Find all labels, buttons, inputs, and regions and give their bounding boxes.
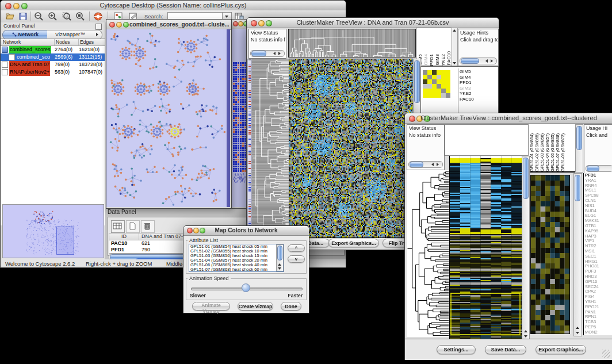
view-status-hscrollbar[interactable] <box>250 50 285 57</box>
hscroll-thumb[interactable] <box>461 58 479 64</box>
label-item[interactable]: GIM3 <box>435 54 440 66</box>
close-button[interactable] <box>233 21 238 26</box>
label-item[interactable]: GPL51-01 (GSM854) <box>530 133 534 171</box>
label-item[interactable]: YKE2 <box>441 54 446 66</box>
scroll-up-icon[interactable] <box>453 29 456 32</box>
scroll-up-icon[interactable] <box>278 263 281 266</box>
export-graphics-button[interactable]: Export Graphics... <box>328 239 379 247</box>
treeview-dna-titlebar[interactable]: ClusterMaker TreeView : DNA and Tran 07-… <box>247 18 499 28</box>
open-file-icon[interactable] <box>5 12 16 21</box>
scroll-right-icon[interactable] <box>278 52 281 55</box>
scroll-left-icon[interactable] <box>485 59 488 63</box>
row-dendrogram[interactable] <box>407 170 449 337</box>
main-titlebar[interactable]: Cytoscape Desktop (Session Name: collins… <box>1 1 346 11</box>
save-data-button[interactable]: Save Data... <box>485 345 526 354</box>
network-row[interactable]: combined_scores2764(0)16218(0) <box>1 46 105 53</box>
scroll-down-icon[interactable] <box>576 332 579 334</box>
label-item[interactable]: GPL51-03 (GSM856) <box>540 133 544 171</box>
vscroll-thumb[interactable] <box>414 60 420 103</box>
settings-button[interactable]: Settings... <box>437 345 476 354</box>
view-status-hscrollbar[interactable] <box>408 161 443 168</box>
minimize-button[interactable] <box>238 21 243 26</box>
zoom-button[interactable] <box>123 22 129 28</box>
label-item[interactable]: PFD1 <box>458 80 498 86</box>
network-row[interactable]: combined_sco2569(6)13112(15) <box>1 53 105 61</box>
label-item[interactable]: PAC10 <box>446 51 452 66</box>
close-button[interactable] <box>109 22 115 28</box>
scroll-down-icon[interactable] <box>453 62 456 64</box>
zoom-in-icon[interactable] <box>48 12 58 21</box>
vscroll-thumb[interactable] <box>277 246 282 260</box>
label-strip-scrollbar[interactable] <box>452 28 458 66</box>
usage-hints-hscrollbar[interactable] <box>460 58 497 64</box>
label-item[interactable]: MON2 <box>584 330 612 335</box>
label-item[interactable]: GPL51-02 (GSM855) <box>535 133 539 171</box>
hscroll-thumb[interactable] <box>251 51 266 56</box>
scroll-up-icon[interactable] <box>576 327 579 329</box>
dialog-titlebar[interactable]: Map Colors to Network <box>183 226 309 236</box>
attribute-list[interactable]: GPL51-01 (GSM854) heat shock 05 minGPL51… <box>189 244 284 272</box>
id-column-header[interactable]: ID <box>109 233 139 240</box>
scroll-right-icon[interactable] <box>437 163 439 166</box>
label-item[interactable]: GIM5 <box>458 69 498 75</box>
zoom-fit-icon[interactable] <box>75 12 86 21</box>
vscroll-thumb[interactable] <box>523 158 529 199</box>
scroll-down-icon[interactable] <box>524 335 527 338</box>
attribute-list-vscrollbar[interactable] <box>276 244 284 271</box>
move-down-button[interactable]: v <box>288 255 305 263</box>
network-row[interactable]: DNA and Tran 07769(0)183728(0) <box>1 61 105 68</box>
network-overview-canvas[interactable] <box>2 204 104 258</box>
scroll-down-icon[interactable] <box>278 267 281 270</box>
new-attribute-icon[interactable] <box>126 220 140 233</box>
resize-grip-icon[interactable] <box>602 350 610 358</box>
column-labels-vscrollbar[interactable] <box>575 124 583 173</box>
usage-hints-hscrollbar[interactable] <box>586 165 612 172</box>
label-item[interactable]: GIM4 <box>458 75 498 81</box>
vscroll-thumb[interactable] <box>575 175 580 201</box>
zoom-out-icon[interactable] <box>34 12 44 21</box>
scroll-up-icon[interactable] <box>524 330 527 332</box>
col-header-network[interactable]: Network <box>1 39 55 45</box>
network-view-canvas[interactable] <box>106 29 230 207</box>
minimize-button[interactable] <box>116 22 122 28</box>
save-icon[interactable] <box>18 12 28 21</box>
hscroll-thumb[interactable] <box>410 162 423 167</box>
label-item[interactable]: GPL51-08 (GSM872) <box>561 133 565 171</box>
label-item[interactable]: YKE2 <box>458 91 498 97</box>
hscroll-thumb[interactable] <box>587 166 599 171</box>
animate-vizmap-button[interactable]: Animate Vizmap <box>192 302 230 311</box>
vscroll-thumb[interactable] <box>576 126 582 150</box>
zoom-vscrollbar[interactable] <box>573 173 582 336</box>
label-item[interactable]: GIM3 <box>458 86 498 91</box>
label-item[interactable]: PAC10 <box>458 97 498 102</box>
network-row[interactable]: RNAPuberNov2+563(0)107847(0) <box>1 68 105 76</box>
col-header-edges[interactable]: Edges <box>79 39 105 45</box>
row-dendrogram[interactable] <box>252 59 289 237</box>
scroll-left-icon[interactable] <box>273 52 276 55</box>
col-header-nodes[interactable]: Nodes <box>55 39 79 45</box>
network-view-titlebar[interactable]: combined_scores_good.txt--cluste... <box>106 20 231 30</box>
heatmap-canvas[interactable] <box>289 59 414 238</box>
column-tree-area[interactable] <box>445 124 529 156</box>
scroll-left-icon[interactable] <box>431 163 434 166</box>
delete-attribute-icon[interactable] <box>141 220 155 233</box>
attribute-item[interactable]: GPL51-07 (GSM868) heat shock 60 min <box>189 267 284 272</box>
export-graphics-button[interactable]: Export Graphics... <box>536 345 586 354</box>
heatmap-canvas[interactable] <box>449 156 522 339</box>
label-item[interactable]: GPL51-07 (GSM868) <box>556 133 560 171</box>
scroll-right-icon[interactable] <box>491 59 493 63</box>
label-item[interactable]: GPL51-06 (GSM865) <box>550 133 554 171</box>
label-item[interactable]: GIM4 <box>423 54 429 66</box>
table-mode-icon[interactable] <box>111 220 125 233</box>
float-panel-icon[interactable] <box>95 24 102 30</box>
zoom-selected-icon[interactable] <box>62 12 72 21</box>
move-up-button[interactable]: ^ <box>288 244 305 252</box>
speed-slider-thumb[interactable] <box>242 283 250 292</box>
done-button[interactable]: Done <box>281 302 301 311</box>
zoom-heatmap-canvas[interactable] <box>530 175 570 334</box>
treeview-combined-titlebar[interactable]: ClusterMaker TreeView : combined_scores_… <box>405 113 612 124</box>
label-item[interactable]: GPL51-04 (GSM857) <box>545 133 549 171</box>
label-item[interactable]: PFD1 <box>429 54 434 66</box>
create-vizmap-button[interactable]: Create Vizmap <box>238 302 273 311</box>
heatmap-vscrollbar[interactable] <box>522 156 530 340</box>
